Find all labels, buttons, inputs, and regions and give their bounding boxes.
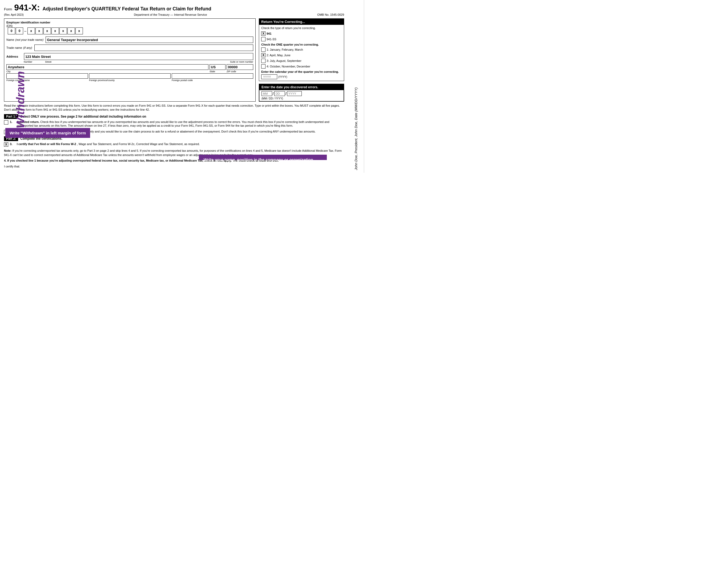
item4-num: 4. xyxy=(4,159,6,162)
city-field: City xyxy=(6,64,208,73)
foreign-country-field: Foreign country name xyxy=(6,73,88,82)
right-margin-content: John Doe, President, John Doe, Date (MM/… xyxy=(354,87,358,170)
check-941-label: 941 xyxy=(267,32,271,35)
ein-label: Employer identification number xyxy=(6,21,253,24)
check-941ss-box[interactable] xyxy=(261,37,266,41)
foreign-province-input[interactable] xyxy=(89,73,171,79)
state-input[interactable] xyxy=(210,64,226,70)
check-type-label: Check the type of return you're correcti… xyxy=(261,26,342,30)
address-label: Address xyxy=(6,55,22,58)
item1-label-adjusted: Adjusted return. xyxy=(17,120,39,123)
return-correcting-header: Return You're Correcting... xyxy=(259,19,344,25)
date-yyyy-input[interactable] xyxy=(287,91,302,96)
date-slash-1: / xyxy=(273,91,274,96)
foreign-country-label: Foreign country name xyxy=(6,79,88,82)
name-input[interactable] xyxy=(46,37,253,43)
ein-box-3[interactable]: x xyxy=(27,27,35,34)
right-margin-text: John Doe, President, John Doe, Date (MM/… xyxy=(348,0,364,173)
trade-name-input[interactable] xyxy=(34,45,253,51)
trade-name-label: Trade name xyxy=(6,46,22,49)
date-mm-input[interactable] xyxy=(262,91,272,96)
item4-main: If you checked line 1 because you're adj… xyxy=(7,159,232,162)
ein-box-4[interactable]: x xyxy=(35,27,43,34)
q1-label: 1: January, February, March xyxy=(267,48,303,51)
date-discovered-panel: Enter the date you discovered errors. / … xyxy=(259,84,344,102)
annotation-right: Write your name, position in the company… xyxy=(199,155,327,160)
name-row: Name (not your trade name) xyxy=(6,37,253,43)
item3-text: I certify that I've filed or will file F… xyxy=(17,142,344,147)
zip-input[interactable] xyxy=(227,64,253,70)
ein-box-1[interactable]: 0 xyxy=(8,27,15,34)
left-form-panel: Employer identification number (EIN) 0 0… xyxy=(4,18,256,102)
form-header: Form 941-X: Adjusted Employer's QUARTERL… xyxy=(4,3,344,16)
dept-label: Department of the Treasury — Internal Re… xyxy=(134,13,207,16)
date-dd-input[interactable] xyxy=(274,91,285,96)
ein-box-9[interactable]: x xyxy=(75,27,83,34)
item3-row: X 3. I certify that I've filed or will f… xyxy=(4,142,344,147)
address-input[interactable] xyxy=(24,53,253,60)
q2-checkbox[interactable]: X xyxy=(261,53,266,57)
return-correcting-body: Check the type of return you're correcti… xyxy=(259,25,344,81)
address-section: Address Number Street Suite or room numb… xyxy=(6,53,253,82)
ein-box-8[interactable]: x xyxy=(67,27,75,34)
q4-row: 4: October, November, December xyxy=(261,64,342,68)
ein-box-5[interactable]: x xyxy=(43,27,51,34)
q3-checkbox[interactable] xyxy=(261,59,266,63)
q1-row: 1: January, February, March xyxy=(261,47,342,52)
foreign-postal-input[interactable] xyxy=(172,73,253,79)
ein-boxes: 0 0 – x x x x x x x xyxy=(8,27,253,34)
item1-row: 1. Adjusted return. Check this box if yo… xyxy=(4,120,344,128)
q2-label: 2: April, May, June xyxy=(267,54,291,57)
check-941ss-label: 941-SS xyxy=(267,38,276,41)
annotation-left: Write "Withdrawn" in left margin of form xyxy=(5,128,90,138)
foreign-row: Foreign country name Foreign province/co… xyxy=(6,73,253,82)
trade-name-row: Trade name (if any) xyxy=(6,45,253,51)
check-941-box[interactable]: X xyxy=(261,31,266,36)
city-input[interactable] xyxy=(6,64,208,70)
rev-date: (Rev. April 2023) xyxy=(4,13,24,16)
part1-header: Part 1: Select ONLY one process. See pag… xyxy=(4,114,344,119)
part1-desc: Select ONLY one process. See page 2 for … xyxy=(20,115,146,118)
ein-box-6[interactable]: x xyxy=(51,27,59,34)
ein-dash: – xyxy=(24,29,26,33)
return-correcting-panel: Return You're Correcting... Check the ty… xyxy=(259,18,344,81)
instructions-text: Read the separate instructions before co… xyxy=(4,104,344,112)
item3-suffix: , Wage and Tax Statement, and Forms W-2c… xyxy=(77,142,200,146)
form-title: Adjusted Employer's QUARTERLY Federal Ta… xyxy=(42,6,344,12)
item1-body: Check this box if you underreported tax … xyxy=(17,120,329,127)
quarter-section-title: Check the ONE quarter you're correcting. xyxy=(261,43,342,46)
zip-field: ZIP code xyxy=(227,64,253,73)
state-field: State xyxy=(210,64,226,73)
q1-checkbox[interactable] xyxy=(261,47,266,52)
date-slash-2: / xyxy=(285,91,287,96)
year-input[interactable] xyxy=(261,74,277,79)
item3-checkbox[interactable]: X xyxy=(4,142,8,147)
right-panel: Return You're Correcting... Check the ty… xyxy=(259,18,344,102)
ein-box-7[interactable]: x xyxy=(59,27,67,34)
annotation-left-text: Write "Withdrawn" in left margin of form xyxy=(10,131,86,135)
item1-num: 1. xyxy=(10,120,15,128)
address-sub-labels: Number Street Suite or room number xyxy=(24,60,253,63)
city-label: City xyxy=(6,70,208,73)
q4-checkbox[interactable] xyxy=(261,64,266,68)
item1-checkbox[interactable] xyxy=(4,120,8,124)
q2-row: X 2: April, May, June xyxy=(261,53,342,57)
form-number: 941-X: xyxy=(14,3,40,13)
q3-label: 3: July, August, September xyxy=(267,59,301,62)
foreign-country-input[interactable] xyxy=(6,73,88,79)
item3-certify: I certify that I've filed or will file F… xyxy=(17,142,76,146)
trade-name-italic: (if any) xyxy=(23,46,32,49)
check-941ss-row: 941-SS xyxy=(261,37,342,41)
part1-tag: Part 1: xyxy=(4,114,18,119)
ein-section: Employer identification number (EIN) 0 0… xyxy=(6,21,253,34)
suite-sublabel: Suite or room number xyxy=(221,60,253,63)
foreign-postal-field: Foreign postal code xyxy=(172,73,253,82)
date-format-hint: (MM / DD / YYYY) xyxy=(259,97,344,101)
ein-box-2[interactable]: 0 xyxy=(16,27,23,34)
ein-sublabel: (EIN) xyxy=(6,25,253,27)
q4-label: 4: October, November, December xyxy=(267,65,310,68)
foreign-postal-label: Foreign postal code xyxy=(172,79,253,82)
year-row: (YYYY) xyxy=(261,74,342,79)
item1-text: Adjusted return. Check this box if you u… xyxy=(17,120,344,128)
name-label: Name xyxy=(6,38,14,41)
